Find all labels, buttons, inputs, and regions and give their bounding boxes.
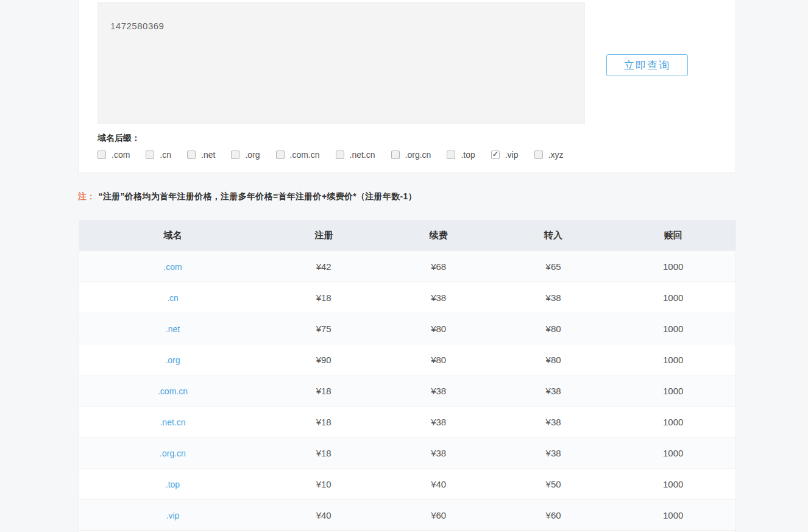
suffix-checkbox-label: .xyz: [548, 150, 564, 160]
checkbox-icon[interactable]: [187, 151, 196, 159]
domain-link[interactable]: .org.cn: [160, 449, 186, 458]
column-header-register: 注册: [266, 230, 381, 241]
redeem-price: 1000: [611, 324, 735, 334]
checkbox-icon[interactable]: [231, 151, 239, 159]
renew-price: ¥80: [381, 355, 495, 365]
table-row: .top ¥10 ¥40 ¥50 1000: [79, 468, 735, 499]
domain-link[interactable]: .net: [166, 324, 180, 334]
note-prefix: 注：: [78, 191, 96, 201]
suffix-checkbox-com[interactable]: .com: [97, 150, 130, 160]
table-row: .org ¥90 ¥80 ¥80 1000: [79, 344, 735, 375]
renew-price: ¥38: [381, 293, 495, 303]
domain-link[interactable]: .cn: [167, 293, 179, 303]
suffix-checkbox-top[interactable]: .top: [447, 150, 475, 160]
register-price: ¥18: [266, 448, 381, 458]
pricing-note: 注：“注册”价格均为首年注册价格，注册多年价格=首年注册价+续费价*（注册年数-…: [78, 191, 417, 202]
checkbox-icon[interactable]: [534, 151, 543, 159]
table-row: .com ¥42 ¥68 ¥65 1000: [79, 250, 735, 282]
checkbox-icon[interactable]: [447, 151, 455, 159]
domain-query-textarea[interactable]: [97, 2, 585, 124]
renew-price: ¥38: [381, 448, 495, 458]
column-header-renew: 续费: [381, 230, 495, 241]
domain-link[interactable]: .vip: [166, 511, 180, 520]
domain-link[interactable]: .net.cn: [160, 417, 185, 427]
suffix-checkbox-cn[interactable]: .cn: [146, 150, 171, 160]
suffix-section-label: 域名后缀：: [97, 133, 140, 144]
transfer-price: ¥38: [496, 293, 611, 303]
column-header-transfer: 转入: [496, 230, 611, 241]
table-row: .com.cn ¥18 ¥38 ¥38 1000: [79, 375, 735, 406]
register-price: ¥18: [266, 417, 381, 427]
suffix-checkbox-label: .vip: [505, 150, 519, 160]
suffix-checkbox-net-cn[interactable]: .net.cn: [336, 150, 375, 160]
column-header-domain: 域名: [79, 230, 266, 241]
renew-price: ¥68: [381, 261, 495, 272]
table-row: .org.cn ¥18 ¥38 ¥38 1000: [79, 437, 735, 468]
suffix-checkbox-com-cn[interactable]: .com.cn: [276, 150, 320, 160]
register-price: ¥75: [266, 324, 381, 334]
renew-price: ¥60: [381, 510, 495, 520]
transfer-price: ¥50: [496, 479, 611, 489]
suffix-checkbox-org-cn[interactable]: .org.cn: [391, 150, 431, 160]
query-now-button[interactable]: 立即查询: [606, 54, 688, 76]
checkbox-icon[interactable]: [336, 151, 344, 159]
price-table-body: .com ¥42 ¥68 ¥65 1000 .cn ¥18 ¥38 ¥38 10…: [79, 250, 735, 532]
redeem-price: 1000: [611, 293, 735, 303]
checkbox-icon[interactable]: [146, 151, 154, 159]
register-price: ¥42: [266, 261, 381, 272]
redeem-price: 1000: [611, 417, 735, 427]
table-row: .cn ¥18 ¥38 ¥38 1000: [79, 282, 735, 313]
suffix-checkbox-label: .cn: [160, 150, 171, 160]
transfer-price: ¥38: [496, 386, 611, 396]
checkbox-icon[interactable]: [391, 151, 400, 159]
suffix-checkbox-org[interactable]: .org: [231, 150, 260, 160]
domain-link[interactable]: .com.cn: [158, 386, 188, 396]
price-table-header: 域名 注册 续费 转入 赎回: [79, 220, 735, 250]
table-row: .vip ¥40 ¥60 ¥60 1000: [79, 499, 735, 530]
checkbox-icon[interactable]: [491, 151, 500, 159]
suffix-checkbox-label: .net: [201, 150, 215, 160]
redeem-price: 1000: [611, 261, 735, 272]
domain-link[interactable]: .top: [166, 480, 180, 489]
suffix-checkbox-label: .org.cn: [405, 150, 431, 160]
redeem-price: 1000: [611, 448, 735, 458]
suffix-checkbox-row: .com .cn .net .org .com.cn .net.cn .org.…: [97, 150, 579, 160]
transfer-price: ¥80: [496, 324, 611, 334]
transfer-price: ¥80: [496, 355, 611, 365]
register-price: ¥18: [266, 293, 381, 303]
suffix-checkbox-label: .org: [245, 150, 260, 160]
suffix-checkbox-label: .com: [112, 150, 130, 160]
transfer-price: ¥38: [496, 448, 611, 458]
column-header-redeem: 赎回: [611, 230, 735, 241]
register-price: ¥10: [266, 479, 381, 489]
suffix-checkbox-xyz[interactable]: .xyz: [534, 150, 564, 160]
register-price: ¥40: [266, 510, 381, 520]
register-price: ¥18: [266, 386, 381, 396]
suffix-checkbox-vip[interactable]: .vip: [491, 150, 519, 160]
suffix-checkbox-label: .com.cn: [290, 150, 320, 160]
transfer-price: ¥65: [496, 261, 611, 272]
table-row: .net ¥75 ¥80 ¥80 1000: [79, 313, 735, 344]
domain-query-card: 立即查询 域名后缀： .com .cn .net .org .com.cn .n…: [78, 0, 736, 173]
redeem-price: 1000: [611, 479, 735, 489]
table-row: .net.cn ¥18 ¥38 ¥38 1000: [79, 406, 735, 437]
domain-link[interactable]: .com: [163, 262, 182, 272]
price-table: 域名 注册 续费 转入 赎回 .com ¥42 ¥68 ¥65 1000 .cn…: [79, 220, 736, 532]
transfer-price: ¥38: [496, 417, 611, 427]
checkbox-icon[interactable]: [97, 151, 106, 159]
redeem-price: 1000: [611, 355, 735, 365]
renew-price: ¥38: [381, 386, 495, 396]
checkbox-icon[interactable]: [276, 151, 285, 159]
domain-link[interactable]: .org: [165, 355, 180, 365]
suffix-checkbox-label: .top: [461, 150, 475, 160]
redeem-price: 1000: [611, 510, 735, 520]
transfer-price: ¥60: [496, 510, 611, 520]
redeem-price: 1000: [611, 386, 735, 396]
suffix-checkbox-net[interactable]: .net: [187, 150, 215, 160]
suffix-checkbox-label: .net.cn: [350, 150, 375, 160]
note-text: “注册”价格均为首年注册价格，注册多年价格=首年注册价+续费价*（注册年数-1）: [99, 191, 417, 201]
register-price: ¥90: [266, 355, 381, 365]
renew-price: ¥80: [381, 324, 495, 334]
renew-price: ¥40: [381, 479, 495, 489]
renew-price: ¥38: [381, 417, 495, 427]
